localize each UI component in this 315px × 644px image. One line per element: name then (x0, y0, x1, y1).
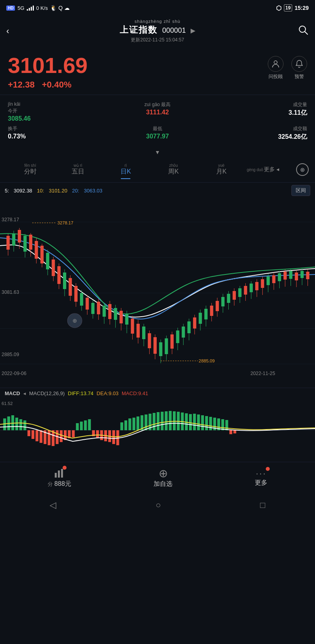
stat-amount-label: 成交额 (208, 125, 307, 132)
svg-rect-182 (209, 417, 212, 430)
nav-recent-button[interactable]: □ (251, 497, 275, 513)
nav-home-button[interactable]: ○ (146, 497, 170, 513)
svg-rect-133 (11, 415, 14, 430)
macd-header: MACD ◂ MACD(12,26,9) DIFF:13.74 DEA:9.03… (0, 388, 315, 399)
svg-rect-95 (221, 297, 224, 306)
macd-arrow[interactable]: ◂ (23, 390, 26, 396)
svg-rect-134 (15, 418, 18, 430)
svg-rect-85 (193, 317, 196, 329)
svg-rect-164 (137, 416, 139, 430)
svg-rect-161 (124, 420, 127, 430)
svg-rect-145 (60, 430, 63, 442)
svg-rect-45 (85, 298, 89, 310)
more-label: 更多 (255, 479, 267, 487)
stats-grid: jīn kāi 今开 3085.46 zuì gāo 最高 3111.42 成交… (0, 95, 315, 147)
ma10-value: 3101.20 (49, 188, 67, 194)
svg-rect-191 (61, 469, 63, 478)
svg-rect-160 (120, 422, 123, 430)
svg-rect-81 (182, 327, 185, 338)
svg-rect-189 (55, 473, 57, 478)
header-pinyin: shàngzhèng zhǐ shù (120, 19, 196, 24)
advisor-button[interactable]: 问投顾 (268, 56, 284, 80)
target-icon[interactable]: ◎ (296, 163, 309, 176)
price-icons: 问投顾 预警 (268, 54, 307, 80)
ma20-label: 20: (72, 188, 79, 194)
svg-text:2885.09: 2885.09 (2, 352, 19, 357)
tab-zhouk[interactable]: zhōu 周K (150, 161, 197, 178)
macd-label: MACD (5, 390, 20, 396)
macd-chart: 61.52 (0, 399, 315, 462)
stock-code: 000001 (162, 26, 186, 34)
tab-yuek[interactable]: yuè 月K (197, 161, 245, 178)
svg-rect-33 (52, 259, 55, 276)
analytics-dot (63, 466, 67, 470)
svg-text:2022-09-06: 2022-09-06 (2, 371, 26, 376)
svg-rect-55 (114, 308, 117, 320)
nfc-icon: ⬡ (276, 4, 282, 12)
stat-amount-value: 3254.26亿 (208, 133, 307, 141)
svg-rect-111 (267, 276, 270, 285)
alert-label: 预警 (291, 73, 307, 80)
svg-rect-173 (173, 411, 176, 430)
svg-rect-105 (250, 284, 253, 292)
range-button[interactable]: 区间 (291, 185, 310, 196)
svg-rect-150 (80, 422, 83, 430)
svg-rect-139 (35, 430, 38, 441)
svg-rect-65 (142, 327, 145, 339)
search-button[interactable] (293, 24, 309, 38)
tab-rik[interactable]: rì 日K (102, 161, 150, 178)
add-watchlist-button[interactable]: ⊕ 加自选 (154, 467, 172, 488)
svg-rect-149 (76, 423, 79, 430)
chart-info-bar: 5: 3092.38 10: 3101.20 20: 3063.03 区间 (0, 183, 315, 198)
stock-name: 上证指数 (120, 25, 158, 35)
expand-button[interactable]: ▼ (0, 147, 315, 157)
svg-rect-83 (187, 321, 191, 333)
stat-low-label: 最低 (107, 125, 207, 132)
svg-point-2 (274, 61, 277, 64)
stat-turnover: 换手 0.73% (8, 124, 107, 143)
stat-volume: 成交量 3.11亿 (208, 100, 307, 124)
stat-open: jīn kāi 今开 3085.46 (8, 100, 107, 124)
ma10-label: 10: (37, 188, 44, 194)
price-change: +12.38 +0.40% (8, 80, 87, 90)
nav-back-button[interactable]: ◁ (40, 497, 66, 513)
svg-rect-140 (40, 430, 43, 443)
svg-rect-27 (35, 241, 38, 259)
price-section: 3101.69 +12.38 +0.40% 问投顾 (0, 48, 315, 95)
svg-rect-39 (69, 278, 72, 296)
time-display: 15:29 (295, 5, 309, 11)
svg-rect-91 (210, 306, 213, 316)
svg-rect-79 (176, 330, 179, 343)
stat-volume-value: 3.11亿 (208, 109, 307, 117)
svg-rect-31 (46, 253, 49, 269)
svg-rect-188 (233, 430, 236, 433)
add-label: 加自选 (154, 480, 172, 488)
svg-text:2022-11-25: 2022-11-25 (250, 371, 275, 376)
more-button[interactable]: ··· 更多 (255, 469, 267, 487)
more-dot (266, 467, 270, 471)
stat-low: 最低 3077.97 (107, 124, 207, 143)
stat-turnover-label: 换手 (8, 125, 107, 132)
stat-open-value: 3085.46 (8, 115, 107, 122)
analytics-button[interactable]: 分 888元 (48, 467, 71, 488)
svg-rect-93 (216, 301, 219, 311)
tab-wuri[interactable]: wǔ rì 五日 (54, 161, 102, 178)
stat-amount: 成交额 3254.26亿 (208, 124, 307, 143)
svg-rect-171 (165, 411, 167, 430)
svg-rect-170 (161, 412, 163, 430)
change-percent: +0.40% (42, 80, 71, 90)
back-button[interactable]: ‹ (6, 26, 22, 36)
alert-button[interactable]: 预警 (291, 56, 307, 80)
svg-rect-172 (169, 411, 172, 430)
hd-badge: HD (6, 6, 15, 11)
svg-rect-152 (88, 419, 91, 430)
svg-rect-47 (91, 303, 94, 314)
svg-rect-29 (41, 246, 44, 263)
forward-icon[interactable]: ▶ (191, 27, 195, 34)
advisor-label: 问投顾 (268, 73, 284, 80)
tab-more[interactable]: gèng duō 更多 ◂ (245, 164, 293, 175)
svg-rect-119 (289, 271, 292, 279)
tab-fenshi[interactable]: fēn shí 分时 (6, 161, 54, 178)
svg-rect-181 (205, 416, 208, 430)
app-header: ‹ shàngzhèng zhǐ shù 上证指数 000001 ▶ 更新202… (0, 16, 315, 48)
